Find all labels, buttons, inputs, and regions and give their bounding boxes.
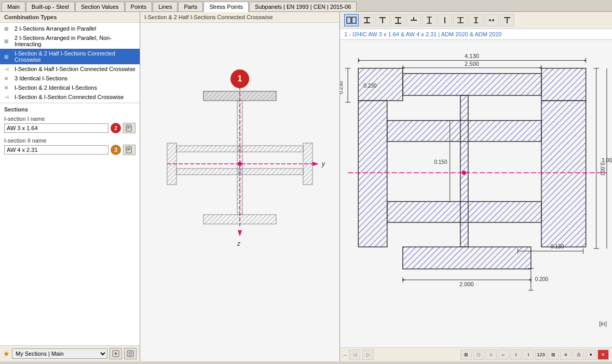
book-icon-2 <box>126 146 133 153</box>
combination-item-4[interactable]: ✕ 3 Identical I-Sections <box>0 74 140 83</box>
tab-section-values[interactable]: Section Values <box>75 2 125 11</box>
i-section-ii-browse-btn[interactable] <box>123 145 135 155</box>
badge-ii: 3 <box>111 145 121 155</box>
item-icon-5: ✕ <box>4 85 12 91</box>
combination-types-title: Combination Types <box>0 12 140 23</box>
tool-btn-i4[interactable] <box>453 14 468 26</box>
item-icon-1: ⊞ <box>4 38 12 44</box>
bottom-status-text: -- <box>343 352 347 358</box>
tool-btn-i3[interactable] <box>438 14 452 26</box>
tab-main[interactable]: Main <box>2 2 25 11</box>
tool-btn-t[interactable] <box>375 14 390 26</box>
tool-btn-parallel[interactable] <box>344 14 359 26</box>
print-btn[interactable]: ⎙ <box>573 349 584 360</box>
i-section-ii-label: I-section II name <box>4 137 135 144</box>
combination-item-5[interactable]: ✕ I-Section & 2 Identical I-Sections <box>0 83 140 92</box>
svg-rect-63 <box>541 68 586 101</box>
tab-buildup-steel[interactable]: Built-up - Steel <box>26 2 75 11</box>
num-btn[interactable]: 123 <box>535 349 547 360</box>
svg-marker-111 <box>403 67 405 69</box>
tab-stress-points[interactable]: Stress Points <box>203 2 249 12</box>
combination-item-1[interactable]: ⊞ 2 I-Sections Arranged in Parallel, Non… <box>0 33 140 49</box>
i-section-i-input[interactable] <box>4 123 108 133</box>
svg-rect-21 <box>176 146 239 152</box>
svg-rect-25 <box>241 169 303 175</box>
dots-icon <box>487 16 496 24</box>
svg-rect-62 <box>403 74 541 95</box>
tool-btn-dots[interactable] <box>484 14 499 26</box>
center-badge: 1 <box>230 69 249 88</box>
left-bottom-bar: ★ My Sections | Main All Sections <box>0 345 140 361</box>
svg-rect-22 <box>176 169 239 175</box>
right-panel: 1 - I2HIC AW 3 x 1.64 & AW 4 x 2.31 | AD… <box>340 12 612 361</box>
middle-section-svg: y z <box>152 65 328 319</box>
i-section-i-label: I-section I name <box>4 116 135 122</box>
middle-panel: I-Section & 2 Half I-Sections Connected … <box>140 12 340 361</box>
svg-marker-112 <box>539 67 541 69</box>
manage-icon <box>127 350 134 357</box>
middle-canvas: 1 <box>140 23 339 361</box>
item-icon-4: ✕ <box>4 76 12 81</box>
combination-item-6[interactable]: ⊣ I-Section & I-Section Connected Crossw… <box>0 92 140 102</box>
back-btn[interactable]: ◁ <box>349 349 360 360</box>
bottom-tools: ⊞ □ ○ ⌐ I I 123 ⊞ ≡ ⎙ ▾ ✕ <box>460 349 609 360</box>
book-icon <box>126 124 133 132</box>
svg-text:2.000: 2.000 <box>459 281 474 287</box>
svg-point-56 <box>489 19 491 21</box>
svg-text:0.130: 0.130 <box>551 244 564 249</box>
combination-label-2: I-Section & 2 Half I-Sections Connected … <box>15 50 135 63</box>
combination-item-3[interactable]: ⊣ I-Section & Half I-Section Connected C… <box>0 64 140 74</box>
sections-manage-btn[interactable] <box>124 348 137 359</box>
table-btn[interactable]: ⊞ <box>548 349 559 360</box>
tool-btn-i5[interactable] <box>469 14 483 26</box>
sections-add-btn[interactable] <box>110 348 122 359</box>
tab-parts[interactable]: Parts <box>178 2 203 11</box>
tool-btn-t2[interactable] <box>406 14 421 26</box>
main-layout: Combination Types ⊞ 2 I-Sections Arrange… <box>0 12 612 361</box>
combination-item-2[interactable]: ⊞ I-Section & 2 Half I-Sections Connecte… <box>0 49 140 64</box>
tab-lines[interactable]: Lines <box>153 2 178 11</box>
combination-label-4: 3 Identical I-Sections <box>15 75 67 81</box>
tool-btn-t3[interactable] <box>500 14 514 26</box>
combination-label-1: 2 I-Sections Arranged in Parallel, Non-I… <box>15 35 135 47</box>
tab-points[interactable]: Points <box>125 2 153 11</box>
angle-btn[interactable]: ⌐ <box>498 349 509 360</box>
fwd-btn[interactable]: ▷ <box>362 349 374 360</box>
section-description-label: 1 - I2HIC AW 3 x 1.64 & AW 4 x 2.31 | AD… <box>340 29 612 40</box>
i-section-i-browse-btn[interactable] <box>123 123 135 133</box>
t3-icon <box>503 16 511 24</box>
sections-panel: Sections I-section I name 2 <box>0 103 140 345</box>
unit-label: [in] <box>599 320 607 327</box>
item-icon-6: ⊣ <box>4 94 12 100</box>
tool-btn-single-i[interactable] <box>360 14 374 26</box>
svg-marker-30 <box>238 230 242 236</box>
svg-point-108 <box>462 171 466 175</box>
i2-btn[interactable]: I <box>523 349 534 360</box>
i-btn[interactable]: I <box>510 349 522 360</box>
dropdown-btn[interactable]: ▾ <box>585 349 596 360</box>
right-canvas: 4.130 2.500 0.230 0.230 0.150 <box>340 40 612 347</box>
grid-btn[interactable]: ⊞ <box>460 349 472 360</box>
tool-btn-i2[interactable] <box>422 14 437 26</box>
svg-text:0.150: 0.150 <box>434 159 447 165</box>
tool-btn-t-top[interactable] <box>391 14 405 26</box>
circle-btn[interactable]: ○ <box>485 349 497 360</box>
svg-rect-4 <box>126 147 131 153</box>
tools-btn[interactable]: ✕ <box>597 349 609 360</box>
tab-subpanels[interactable]: Subpanels | EN 1993 | CEN | 2015-06 <box>249 2 357 11</box>
right-toolbar <box>340 12 612 29</box>
svg-marker-110 <box>583 60 586 62</box>
list-btn[interactable]: ≡ <box>560 349 572 360</box>
rect-btn[interactable]: □ <box>473 349 484 360</box>
sections-panel-title: Sections <box>4 106 135 113</box>
svg-rect-65 <box>358 101 387 247</box>
i-section-ii-input[interactable] <box>4 145 108 155</box>
combination-item-0[interactable]: ⊞ 2 I-Sections Arranged in Parallel <box>0 24 140 33</box>
sections-select[interactable]: My Sections | Main All Sections <box>12 348 107 359</box>
i-section-i-group: I-section I name 2 <box>4 116 135 133</box>
svg-rect-0 <box>126 125 131 131</box>
svg-text:0.230: 0.230 <box>340 81 344 94</box>
svg-rect-35 <box>352 17 356 23</box>
svg-text:3.000: 3.000 <box>600 162 605 176</box>
svg-text:y: y <box>321 160 325 167</box>
